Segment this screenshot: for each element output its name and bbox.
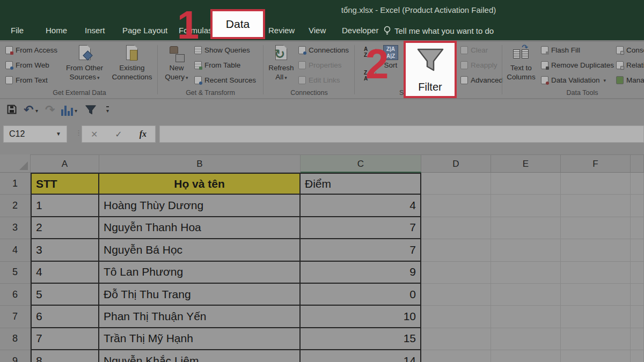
select-all-corner[interactable] (0, 154, 31, 173)
cell[interactable] (561, 284, 631, 306)
cell[interactable] (631, 195, 644, 217)
column-header-f[interactable]: F (561, 154, 631, 173)
cell-a2[interactable]: 1 (31, 195, 99, 217)
new-query-button[interactable]: New Query▾ (161, 45, 192, 82)
row-header[interactable]: 3 (0, 217, 31, 239)
tab-home[interactable]: Home (46, 26, 67, 35)
existing-connections-button[interactable]: Existing Connections (108, 45, 156, 82)
cell[interactable] (631, 262, 644, 284)
row-header[interactable]: 6 (0, 284, 31, 306)
cell-a6[interactable]: 5 (31, 284, 99, 306)
remove-duplicates-button[interactable]: Remove Duplicates (541, 61, 614, 69)
undo-button[interactable]: ↶ (24, 104, 33, 116)
cell[interactable] (561, 350, 631, 362)
recent-sources-button[interactable]: Recent Sources (194, 76, 256, 84)
cell-c7[interactable]: 10 (301, 306, 421, 328)
cell[interactable] (631, 239, 644, 261)
cell-b6[interactable]: Đỗ Thị Thu Trang (99, 284, 301, 306)
tell-me-box[interactable]: Tell me what you want to do (384, 26, 494, 35)
cell[interactable] (631, 173, 644, 195)
from-other-sources-button[interactable]: From Other Sources▾ (62, 45, 107, 82)
cell-c4[interactable]: 7 (301, 239, 421, 261)
tab-data[interactable]: Data (210, 9, 265, 39)
cell[interactable] (631, 217, 644, 239)
manage-data-model-button[interactable]: Manage Data Model (616, 76, 644, 84)
column-header-partial[interactable] (631, 154, 644, 173)
cell[interactable] (421, 262, 491, 284)
row-header[interactable]: 8 (0, 328, 31, 350)
cell-a3[interactable]: 2 (31, 217, 99, 239)
row-header[interactable]: 9 (0, 350, 31, 362)
tab-developer[interactable]: Developer (342, 26, 378, 35)
cell[interactable] (561, 195, 631, 217)
cell[interactable] (421, 239, 491, 261)
cell[interactable] (631, 328, 644, 350)
cell-c9[interactable]: 14 (301, 350, 421, 362)
row-header[interactable]: 2 (0, 195, 31, 217)
cell[interactable] (631, 350, 644, 362)
cell[interactable] (421, 350, 491, 362)
cell[interactable] (421, 195, 491, 217)
name-box[interactable]: C12 ▼ (3, 125, 67, 143)
data-validation-button[interactable]: Data Validation▾ (541, 76, 606, 84)
from-table-button[interactable]: From Table (194, 61, 240, 69)
qat-customize-button[interactable]: ▾ (106, 106, 109, 114)
column-header-c[interactable]: C (301, 154, 421, 173)
cell[interactable] (421, 306, 491, 328)
insert-function-icon[interactable]: fx (140, 129, 147, 139)
row-header[interactable]: 5 (0, 262, 31, 284)
connections-button[interactable]: Connections (298, 46, 349, 54)
column-header-d[interactable]: D (421, 154, 491, 173)
cell-a7[interactable]: 6 (31, 306, 99, 328)
cell[interactable] (561, 328, 631, 350)
cell[interactable] (561, 306, 631, 328)
cell[interactable] (491, 350, 561, 362)
from-access-button[interactable]: From Access (5, 46, 57, 54)
cell-a5[interactable]: 4 (31, 262, 99, 284)
cancel-icon[interactable]: ✕ (91, 129, 98, 139)
tab-page-layout[interactable]: Page Layout (122, 26, 167, 35)
name-box-caret[interactable]: ▼ (56, 126, 61, 142)
tab-review[interactable]: Review (268, 26, 295, 35)
row-header[interactable]: 7 (0, 306, 31, 328)
advanced-filter-button[interactable]: Advanced (460, 76, 503, 84)
cell[interactable] (491, 306, 561, 328)
cell[interactable] (561, 262, 631, 284)
chart-caret[interactable]: ▾ (75, 108, 77, 114)
column-header-e[interactable]: E (491, 154, 561, 173)
cell[interactable] (491, 328, 561, 350)
row-header[interactable]: 4 (0, 239, 31, 261)
column-header-a[interactable]: A (31, 154, 99, 173)
cell-c5[interactable]: 9 (301, 262, 421, 284)
enter-icon[interactable]: ✓ (115, 129, 122, 139)
tab-file[interactable]: File (11, 26, 24, 35)
relationships-button[interactable]: Relationships (616, 61, 644, 69)
cell[interactable] (561, 239, 631, 261)
tab-view[interactable]: View (309, 26, 326, 35)
cell[interactable] (421, 217, 491, 239)
cell-b5[interactable]: Tô Lan Phương (99, 262, 301, 284)
cell-c3[interactable]: 7 (301, 217, 421, 239)
cell-b9[interactable]: Nguyễn Khắc Liêm (99, 350, 301, 362)
cell[interactable] (491, 262, 561, 284)
formula-input[interactable] (159, 125, 644, 143)
cell-b3[interactable]: Nguyễn Thanh Hoa (99, 217, 301, 239)
cell-a1[interactable]: STT (31, 173, 99, 195)
cell-a4[interactable]: 3 (31, 239, 99, 261)
cell[interactable] (561, 217, 631, 239)
chart-button[interactable] (61, 105, 73, 116)
cell[interactable] (421, 173, 491, 195)
show-queries-button[interactable]: Show Queries (194, 46, 250, 54)
qat-filter-button[interactable] (85, 105, 97, 117)
cell-b1[interactable]: Họ và tên (99, 173, 301, 195)
cell[interactable] (631, 284, 644, 306)
cell-a9[interactable]: 8 (31, 350, 99, 362)
cell[interactable] (491, 284, 561, 306)
from-web-button[interactable]: From Web (5, 61, 49, 69)
cell-b2[interactable]: Hoàng Thùy Dương (99, 195, 301, 217)
save-button[interactable] (6, 104, 17, 117)
cell-b8[interactable]: Trần Thị Mỹ Hạnh (99, 328, 301, 350)
text-to-columns-button[interactable]: ↷ Text to Columns (504, 45, 538, 82)
cell-c2[interactable]: 4 (301, 195, 421, 217)
tab-insert[interactable]: Insert (85, 26, 105, 35)
